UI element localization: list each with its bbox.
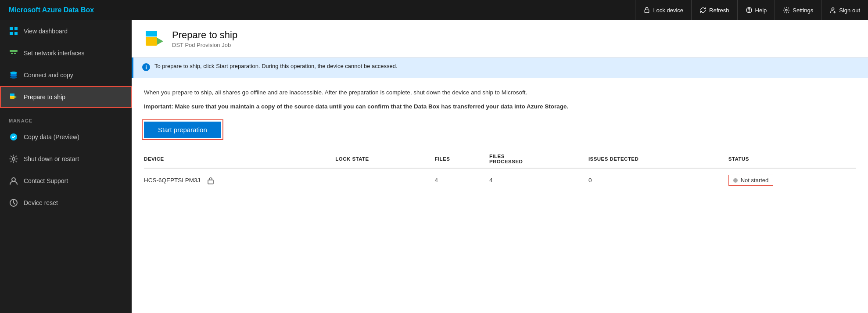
svg-rect-11 <box>14 53 16 54</box>
svg-point-25 <box>146 65 147 66</box>
svg-rect-22 <box>146 31 157 37</box>
sidebar-divider <box>0 110 132 110</box>
network-icon <box>9 48 18 58</box>
person-icon <box>9 176 18 186</box>
cell-status: Not started <box>728 168 856 192</box>
layers-icon <box>9 70 18 80</box>
sidebar-item-label: Shut down or restart <box>24 155 79 162</box>
help-label: Help <box>755 7 767 14</box>
info-icon <box>142 63 150 73</box>
svg-rect-6 <box>14 27 18 30</box>
svg-rect-27 <box>211 180 212 181</box>
sidebar-item-label: Contact Support <box>24 177 68 184</box>
col-issues-detected: ISSUES DETECTED <box>588 150 728 168</box>
settings-manage-icon <box>9 154 18 164</box>
cell-device: HCS-6QEPTSLPM3J <box>144 168 335 192</box>
cell-issues-detected: 0 <box>588 168 728 192</box>
svg-point-19 <box>12 178 15 181</box>
sidebar-item-label: Connect and copy <box>24 72 73 79</box>
content-area: Prepare to ship DST Pod Provision Job To… <box>132 20 868 313</box>
settings-button[interactable]: Settings <box>775 0 821 20</box>
top-navigation: Microsoft Azure Data Box Lock device Ref… <box>0 0 868 20</box>
sidebar-item-contact-support[interactable]: Contact Support <box>0 170 132 192</box>
sidebar-item-view-dashboard[interactable]: View dashboard <box>0 20 132 42</box>
sidebar-item-prepare-to-ship[interactable]: Prepare to ship <box>0 86 132 108</box>
signout-icon <box>829 7 836 14</box>
start-preparation-button[interactable]: Start preparation <box>144 122 221 138</box>
status-dot-icon <box>733 178 738 183</box>
status-badge: Not started <box>728 175 774 186</box>
svg-rect-9 <box>10 50 18 52</box>
manage-section-header: MANAGE <box>0 112 132 126</box>
cell-lock-state <box>335 168 434 192</box>
sidebar-item-device-reset[interactable]: Device reset <box>0 192 132 214</box>
content-body: When you prepare to ship, all shares go … <box>132 78 868 313</box>
table-header: DEVICE LOCK STATE FILES FILES PROCESSED … <box>144 150 856 168</box>
cell-files-processed: 4 <box>489 168 588 192</box>
table-row: HCS-6QEPTSLPM3J <box>144 168 856 192</box>
main-layout: View dashboard Set network interfaces <box>0 20 868 313</box>
sidebar-item-label: Prepare to ship <box>24 94 65 101</box>
reset-icon <box>9 198 18 208</box>
svg-point-18 <box>12 158 15 160</box>
col-files: FILES <box>434 150 489 168</box>
col-files-processed: FILES PROCESSED <box>489 150 588 168</box>
sidebar-item-shutdown[interactable]: Shut down or restart <box>0 148 132 170</box>
table-body: HCS-6QEPTSLPM3J <box>144 168 856 192</box>
page-header-icon <box>144 28 165 49</box>
signout-label: Sign out <box>839 7 860 14</box>
sidebar: View dashboard Set network interfaces <box>0 20 132 313</box>
page-subtitle: DST Pod Provision Job <box>172 42 237 48</box>
topnav-actions: Lock device Refresh Help S <box>635 0 868 20</box>
lock-state-icon <box>206 176 215 185</box>
copy-icon <box>9 132 18 142</box>
col-lock-state: LOCK STATE <box>335 150 434 168</box>
content-description: When you prepare to ship, all shares go … <box>144 88 856 97</box>
sidebar-item-label: Set network interfaces <box>24 50 85 57</box>
svg-rect-0 <box>645 10 649 13</box>
page-header: Prepare to ship DST Pod Provision Job <box>132 20 868 58</box>
svg-rect-5 <box>10 27 13 30</box>
svg-point-2 <box>749 11 749 12</box>
sidebar-item-label: Copy data (Preview) <box>24 133 79 140</box>
content-important: Important: Make sure that you maintain a… <box>144 102 856 112</box>
col-device: DEVICE <box>144 150 335 168</box>
svg-rect-10 <box>11 53 13 54</box>
refresh-icon <box>699 7 707 14</box>
device-name: HCS-6QEPTSLPM3J <box>144 177 200 183</box>
svg-rect-16 <box>10 94 14 96</box>
lock-device-button[interactable]: Lock device <box>635 0 691 20</box>
signout-button[interactable]: Sign out <box>821 0 868 20</box>
svg-rect-8 <box>14 32 18 35</box>
svg-rect-7 <box>10 32 13 35</box>
status-text: Not started <box>741 177 769 183</box>
important-text: Important: Make sure that you maintain a… <box>144 103 568 110</box>
cell-files: 4 <box>434 168 489 192</box>
lock-device-label: Lock device <box>653 7 683 14</box>
grid-icon <box>9 26 18 36</box>
device-name-cell: HCS-6QEPTSLPM3J <box>144 176 328 185</box>
brand-title: Microsoft Azure Data Box <box>0 6 635 14</box>
help-button[interactable]: Help <box>737 0 775 20</box>
svg-rect-23 <box>146 36 157 37</box>
svg-point-3 <box>786 9 787 11</box>
svg-point-4 <box>832 8 834 10</box>
refresh-label: Refresh <box>709 7 729 14</box>
page-title: Prepare to ship <box>172 29 237 41</box>
settings-label: Settings <box>793 7 813 14</box>
sidebar-item-connect-copy[interactable]: Connect and copy <box>0 64 132 86</box>
sidebar-item-set-network[interactable]: Set network interfaces <box>0 42 132 64</box>
sidebar-item-label: View dashboard <box>24 28 68 35</box>
sidebar-item-copy-data[interactable]: Copy data (Preview) <box>0 126 132 148</box>
table-header-row: DEVICE LOCK STATE FILES FILES PROCESSED … <box>144 150 856 168</box>
page-header-texts: Prepare to ship DST Pod Provision Job <box>172 29 237 48</box>
info-banner: To prepare to ship, click Start preparat… <box>132 58 868 78</box>
ship-status-table: DEVICE LOCK STATE FILES FILES PROCESSED … <box>144 150 856 192</box>
svg-rect-26 <box>208 180 213 184</box>
lock-icon <box>643 7 650 14</box>
info-banner-text: To prepare to ship, click Start preparat… <box>154 63 398 69</box>
refresh-button[interactable]: Refresh <box>691 0 737 20</box>
col-status: STATUS <box>728 150 856 168</box>
svg-point-14 <box>10 76 17 79</box>
settings-icon <box>783 7 790 14</box>
